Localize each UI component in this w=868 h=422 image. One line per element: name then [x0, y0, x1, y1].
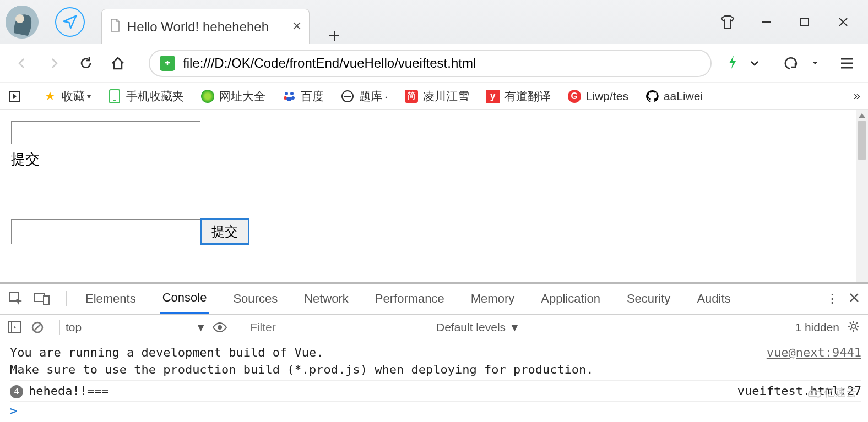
bookmark-label: 有道翻译 — [504, 89, 551, 104]
nav-location-icon[interactable] — [55, 7, 85, 37]
message-source-link[interactable]: vue@next:9441 — [767, 344, 861, 379]
submit-text[interactable]: 提交 — [11, 150, 845, 169]
bookmark-baidu[interactable]: 百度 — [282, 89, 324, 104]
devtools-close-icon[interactable] — [849, 292, 859, 306]
bookmark-aaliwei[interactable]: aaLiwei — [645, 89, 703, 103]
repeat-count-badge: 4 — [10, 385, 23, 398]
svg-point-4 — [285, 92, 288, 95]
tab-elements[interactable]: Elements — [83, 284, 138, 314]
profile-avatar[interactable] — [6, 6, 39, 39]
message-source-link[interactable]: vueiftest.html:27 — [737, 383, 861, 400]
bookmark-youdao[interactable]: y有道翻译 — [486, 89, 551, 104]
tab-sources[interactable]: Sources — [231, 284, 280, 314]
console-message: 4 heheda!!=== vueiftest.html:27 — [10, 380, 861, 400]
tab-console[interactable]: Console — [160, 284, 209, 314]
console-prompt[interactable]: > — [10, 401, 861, 420]
new-tab-button[interactable] — [326, 28, 343, 44]
console-settings-icon[interactable] — [847, 320, 860, 336]
devtools-more-icon[interactable]: ⋮ — [826, 292, 838, 306]
vertical-scrollbar[interactable] — [856, 110, 868, 282]
menu-icon[interactable] — [836, 57, 858, 69]
text-input-1[interactable] — [11, 121, 200, 144]
shirt-icon[interactable] — [708, 11, 747, 33]
chevron-down-icon[interactable] — [744, 58, 766, 69]
log-levels-selector[interactable]: Default levels ▼ — [436, 321, 520, 334]
svg-point-15 — [851, 324, 856, 328]
tab-strip: Hello World! heheheheh — [101, 0, 343, 44]
inspect-icon[interactable] — [9, 292, 23, 306]
page-content: 提交 提交 — [0, 110, 856, 282]
console-sidebar-toggle-icon[interactable] — [8, 321, 21, 333]
device-toggle-icon[interactable] — [34, 292, 50, 305]
console-filter-input[interactable] — [249, 320, 431, 335]
undo-icon[interactable] — [779, 56, 801, 71]
tab-memory[interactable]: Memory — [469, 284, 517, 314]
file-icon — [110, 19, 121, 35]
svg-point-1 — [15, 14, 24, 23]
svg-rect-11 — [44, 296, 49, 305]
svg-point-14 — [218, 325, 222, 330]
tab-performance[interactable]: Performance — [373, 284, 447, 314]
flash-icon[interactable] — [727, 54, 738, 72]
bookmark-liwp[interactable]: GLiwp/tes — [567, 89, 628, 103]
bookmark-label: 凌川江雪 — [423, 89, 469, 104]
tab-audits[interactable]: Audits — [695, 284, 733, 314]
console-output: You are running a development build of V… — [0, 341, 868, 422]
bookmark-label: 百度 — [301, 89, 324, 104]
shield-icon — [160, 56, 175, 71]
svg-point-5 — [290, 92, 294, 95]
submit-button[interactable]: 提交 — [200, 218, 249, 245]
devtools-panel: Elements Console Sources Network Perform… — [0, 282, 868, 422]
address-bar: file:///D:/OK/Code/frontEnd/vueHello/vue… — [0, 44, 868, 83]
nav-forward-button[interactable] — [42, 51, 66, 75]
svg-point-8 — [286, 97, 292, 101]
context-selector[interactable]: top▼ — [66, 321, 207, 334]
window-minimize-icon[interactable] — [747, 11, 785, 33]
extension-icon[interactable] — [8, 89, 26, 103]
text-input-2[interactable] — [11, 219, 200, 244]
bookmarks-bar: ★收藏▾ 手机收藏夹 网址大全 百度 题库· 简凌川江雪 y有道翻译 GLiwp… — [0, 83, 868, 110]
svg-rect-2 — [801, 18, 809, 26]
clear-console-icon[interactable] — [31, 321, 44, 334]
bookmark-label: 网址大全 — [219, 89, 265, 104]
browser-titlebar: Hello World! heheheheh — [0, 0, 868, 44]
bookmark-favorites[interactable]: ★收藏▾ — [43, 89, 91, 104]
bookmark-lingchuan[interactable]: 简凌川江雪 — [404, 89, 469, 104]
nav-home-button[interactable] — [106, 51, 130, 75]
url-text: file:///D:/OK/Code/frontEnd/vueHello/vue… — [183, 56, 476, 71]
bookmark-label: 收藏 — [62, 89, 85, 104]
live-expression-icon[interactable] — [212, 322, 227, 333]
tab-security[interactable]: Security — [625, 284, 672, 314]
bookmark-label: aaLiwei — [664, 90, 703, 103]
bookmark-mobile[interactable]: 手机收藏夹 — [107, 89, 184, 104]
tab-network[interactable]: Network — [302, 284, 351, 314]
nav-back-button[interactable] — [10, 51, 34, 75]
tab-title: Hello World! heheheheh — [127, 19, 288, 35]
tab-application[interactable]: Application — [539, 284, 603, 314]
bookmark-label: 手机收藏夹 — [126, 89, 184, 104]
bookmark-label: Liwp/tes — [586, 90, 628, 103]
hidden-count[interactable]: 1 hidden — [795, 321, 839, 334]
bookmarks-overflow-icon[interactable]: » — [854, 89, 860, 103]
tab-close-icon[interactable] — [292, 20, 301, 33]
bookmark-wangzhi[interactable]: 网址大全 — [200, 89, 265, 104]
bookmark-label: 题库 — [359, 89, 382, 104]
dropdown-small-icon[interactable] — [804, 60, 826, 67]
window-close-icon[interactable] — [824, 11, 862, 33]
bookmark-tiku[interactable]: 题库· — [340, 89, 388, 104]
url-field[interactable]: file:///D:/OK/Code/frontEnd/vueHello/vue… — [149, 50, 712, 77]
browser-tab[interactable]: Hello World! heheheheh — [101, 9, 310, 44]
devtools-tabbar: Elements Console Sources Network Perform… — [0, 284, 868, 315]
window-maximize-icon[interactable] — [785, 11, 824, 33]
nav-reload-button[interactable] — [74, 51, 98, 75]
console-message: You are running a development build of V… — [10, 344, 861, 379]
console-toolbar: top▼ Default levels ▼ 1 hidden — [0, 315, 868, 341]
